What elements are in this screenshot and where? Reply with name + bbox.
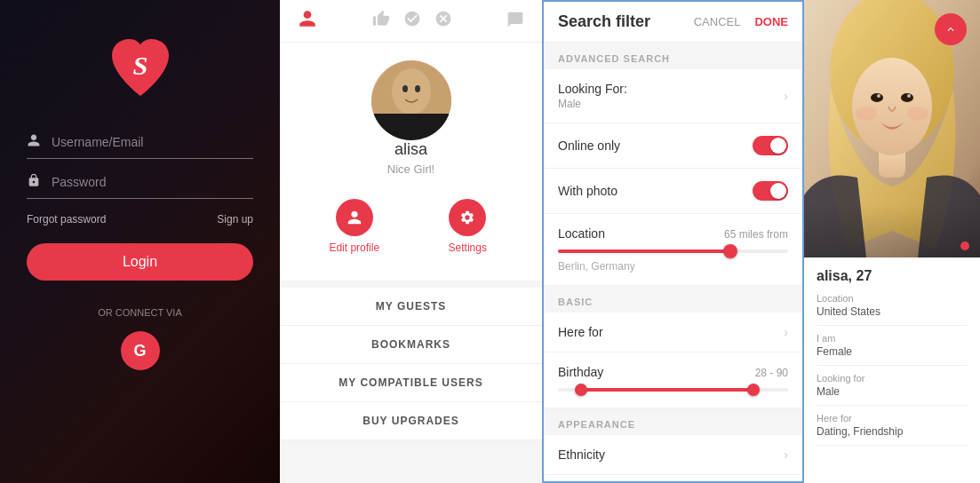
looking-for-item[interactable]: Looking For: Male ›	[544, 69, 802, 123]
lock-icon	[27, 173, 41, 191]
svg-point-11	[901, 93, 913, 102]
compatible-users-item[interactable]: MY COMPATIBLE USERS	[280, 364, 542, 402]
location-slider-fill	[558, 249, 730, 253]
profile-icon[interactable]	[298, 9, 317, 33]
settings-button[interactable]: Settings	[411, 190, 525, 263]
username-input[interactable]	[52, 135, 253, 149]
birthday-range-track[interactable]	[558, 388, 788, 392]
svg-text:S: S	[132, 51, 147, 81]
detail-location-label: Location	[817, 293, 968, 304]
detail-location-value: United States	[817, 305, 968, 318]
chat-icon[interactable]	[506, 11, 524, 32]
svg-point-9	[852, 58, 932, 155]
birthday-item: Birthday 28 - 90	[544, 352, 802, 408]
auth-links-row: Forgot password Sign up	[27, 213, 253, 226]
with-photo-label: With photo	[558, 184, 617, 198]
close-circle-icon[interactable]	[434, 10, 452, 32]
svg-point-3	[402, 85, 408, 92]
birthday-row: Birthday 28 - 90	[558, 365, 788, 379]
scroll-up-button[interactable]	[935, 13, 967, 45]
my-guests-item[interactable]: MY GUESTS	[280, 288, 542, 326]
online-only-item: Online only	[544, 123, 802, 169]
location-slider-thumb[interactable]	[723, 244, 737, 258]
svg-rect-5	[371, 114, 451, 140]
body-type-item[interactable]: Body type ›	[544, 475, 802, 481]
logo: S	[105, 36, 176, 107]
svg-point-10	[871, 93, 883, 102]
birthday-range-thumb-left[interactable]	[575, 384, 587, 396]
svg-point-12	[877, 94, 880, 98]
detail-i-am-label: I am	[817, 333, 968, 344]
profile-actions: Edit profile Settings	[298, 190, 524, 263]
edit-icon	[336, 199, 373, 236]
ethnicity-item[interactable]: Ethnicity ›	[544, 435, 802, 475]
detail-here-for-value: Dating, Friendship	[817, 425, 968, 438]
detail-here-for-row: Here for Dating, Friendship	[817, 413, 968, 446]
profile-menu: MY GUESTS BOOKMARKS MY COMPATIBLE USERS …	[280, 288, 542, 440]
password-input[interactable]	[52, 175, 253, 189]
birthday-range: 28 - 90	[755, 367, 788, 379]
birthday-range-thumb-right[interactable]	[747, 384, 760, 396]
sign-up-link[interactable]: Sign up	[217, 213, 253, 226]
username-field-group	[27, 133, 253, 159]
svg-point-14	[856, 107, 877, 121]
user-icon	[27, 133, 41, 151]
online-only-toggle[interactable]	[753, 136, 788, 155]
detail-photo	[804, 0, 980, 257]
location-slider-track[interactable]	[558, 249, 788, 253]
detail-info: alisa, 27 Location United States I am Fe…	[804, 257, 980, 483]
appearance-label: APPEARANCE	[544, 408, 802, 435]
edit-profile-button[interactable]: Edit profile	[298, 190, 411, 263]
thumb-up-icon[interactable]	[372, 10, 390, 32]
google-login-button[interactable]: G	[121, 331, 160, 370]
buy-upgrades-item[interactable]: BUY UPGRADES	[280, 402, 542, 440]
profile-nav-icons	[372, 10, 452, 32]
check-circle-icon[interactable]	[403, 10, 421, 32]
birthday-range-fill	[581, 388, 753, 392]
profile-detail-panel: alisa, 27 Location United States I am Fe…	[804, 0, 980, 483]
profile-panel: alisa Nice Girl! Edit profile Settings	[280, 0, 542, 483]
with-photo-toggle[interactable]	[753, 181, 788, 201]
basic-label: BASIC	[544, 286, 802, 313]
filter-done-button[interactable]: DONE	[754, 15, 788, 28]
looking-for-chevron-icon: ›	[784, 89, 788, 103]
svg-point-2	[392, 68, 431, 115]
looking-for-left: Looking For: Male	[558, 82, 627, 110]
settings-label: Settings	[449, 242, 487, 254]
svg-point-15	[907, 107, 928, 121]
birthday-label: Birthday	[558, 365, 603, 379]
detail-looking-for-row: Looking for Male	[817, 373, 968, 406]
looking-for-value: Male	[558, 98, 627, 110]
with-photo-item: With photo	[544, 169, 802, 214]
detail-i-am-value: Female	[817, 345, 968, 358]
detail-looking-for-label: Looking for	[817, 373, 968, 384]
bookmarks-item[interactable]: BOOKMARKS	[280, 326, 542, 364]
login-content: S Forgot password Sign up	[0, 0, 280, 483]
filter-body: ADVANCED SEARCH Looking For: Male › Onli…	[544, 43, 802, 481]
ethnicity-chevron-icon: ›	[784, 447, 788, 462]
filter-header-actions: CANCEL DONE	[694, 15, 788, 28]
or-connect-divider: OR CONNECT VIA	[89, 307, 191, 318]
detail-here-for-label: Here for	[817, 413, 968, 424]
detail-location-row: Location United States	[817, 293, 968, 326]
profile-avatar-section: alisa Nice Girl! Edit profile Settings	[280, 43, 542, 281]
password-field-group	[27, 173, 253, 199]
or-connect-label: OR CONNECT VIA	[98, 307, 182, 318]
ethnicity-label: Ethnicity	[558, 447, 605, 462]
here-for-label: Here for	[558, 325, 603, 339]
location-city: Berlin, Germany	[558, 260, 788, 273]
advanced-search-label: ADVANCED SEARCH	[544, 43, 802, 69]
svg-point-4	[415, 85, 420, 92]
login-panel: S Forgot password Sign up	[0, 0, 280, 483]
here-for-item[interactable]: Here for ›	[544, 313, 802, 352]
location-item: Location 65 miles from Berlin, Germany	[544, 214, 802, 286]
filter-title: Search filter	[558, 12, 650, 31]
filter-cancel-button[interactable]: CANCEL	[694, 15, 741, 28]
profile-name: alisa	[394, 140, 427, 159]
here-for-chevron-icon: ›	[784, 325, 788, 339]
avatar-image	[371, 60, 451, 140]
login-button[interactable]: Login	[27, 243, 253, 281]
location-row: Location 65 miles from	[558, 226, 788, 241]
google-icon: G	[133, 342, 146, 360]
forgot-password-link[interactable]: Forgot password	[27, 213, 106, 226]
